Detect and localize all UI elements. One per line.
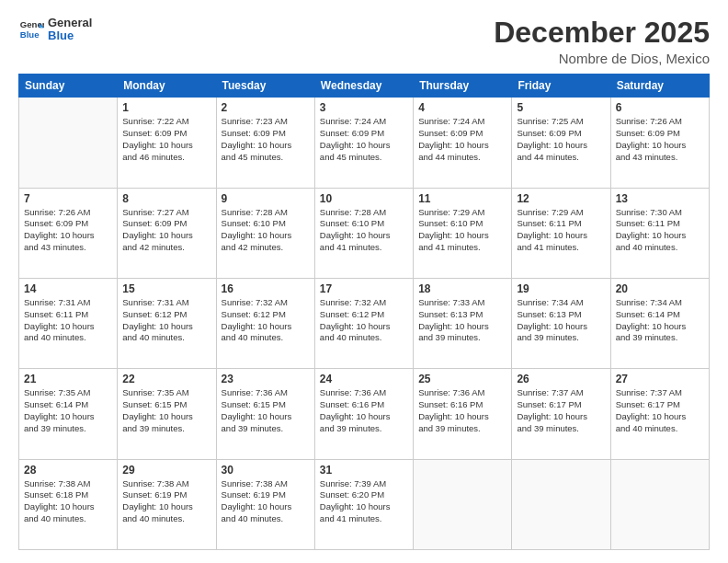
day-number: 20 <box>616 282 704 295</box>
day-info: Sunrise: 7:31 AMSunset: 6:11 PMDaylight:… <box>24 297 112 344</box>
day-number: 14 <box>24 282 112 295</box>
table-row: 2Sunrise: 7:23 AMSunset: 6:09 PMDaylight… <box>216 98 314 188</box>
day-number: 1 <box>122 101 210 114</box>
calendar-week-row: 14Sunrise: 7:31 AMSunset: 6:11 PMDayligh… <box>19 278 710 368</box>
calendar-header-row: Sunday Monday Tuesday Wednesday Thursday… <box>19 75 710 98</box>
day-info: Sunrise: 7:36 AMSunset: 6:16 PMDaylight:… <box>320 387 408 434</box>
day-number: 7 <box>24 192 112 205</box>
day-number: 31 <box>320 464 408 477</box>
day-number: 4 <box>418 101 506 114</box>
table-row: 21Sunrise: 7:35 AMSunset: 6:14 PMDayligh… <box>19 369 118 459</box>
day-number: 24 <box>320 373 408 385</box>
calendar-table: Sunday Monday Tuesday Wednesday Thursday… <box>18 74 710 550</box>
table-row: 18Sunrise: 7:33 AMSunset: 6:13 PMDayligh… <box>414 278 512 368</box>
table-row: 25Sunrise: 7:36 AMSunset: 6:16 PMDayligh… <box>414 369 512 459</box>
day-info: Sunrise: 7:36 AMSunset: 6:16 PMDaylight:… <box>418 387 506 434</box>
day-info: Sunrise: 7:29 AMSunset: 6:10 PMDaylight:… <box>418 207 506 254</box>
col-thursday: Thursday <box>414 75 512 98</box>
table-row: 31Sunrise: 7:39 AMSunset: 6:20 PMDayligh… <box>314 459 413 549</box>
day-number: 19 <box>517 282 605 295</box>
day-info: Sunrise: 7:35 AMSunset: 6:15 PMDaylight:… <box>122 387 210 434</box>
day-info: Sunrise: 7:28 AMSunset: 6:10 PMDaylight:… <box>320 207 408 254</box>
title-section: December 2025 Nombre de Dios, Mexico <box>494 17 710 66</box>
day-info: Sunrise: 7:38 AMSunset: 6:19 PMDaylight:… <box>122 478 210 525</box>
location: Nombre de Dios, Mexico <box>494 51 710 66</box>
day-number: 12 <box>517 192 605 205</box>
table-row: 20Sunrise: 7:34 AMSunset: 6:14 PMDayligh… <box>610 278 709 368</box>
day-number: 27 <box>616 373 704 385</box>
day-number: 22 <box>122 373 210 385</box>
calendar-week-row: 21Sunrise: 7:35 AMSunset: 6:14 PMDayligh… <box>19 369 710 459</box>
col-monday: Monday <box>118 75 216 98</box>
calendar-week-row: 1Sunrise: 7:22 AMSunset: 6:09 PMDaylight… <box>19 98 710 188</box>
logo-icon: General Blue <box>18 17 44 42</box>
table-row: 5Sunrise: 7:25 AMSunset: 6:09 PMDaylight… <box>512 98 610 188</box>
table-row: 8Sunrise: 7:27 AMSunset: 6:09 PMDaylight… <box>118 188 216 278</box>
day-info: Sunrise: 7:35 AMSunset: 6:14 PMDaylight:… <box>24 387 112 434</box>
table-row: 24Sunrise: 7:36 AMSunset: 6:16 PMDayligh… <box>314 369 413 459</box>
day-info: Sunrise: 7:30 AMSunset: 6:11 PMDaylight:… <box>616 207 704 254</box>
day-info: Sunrise: 7:29 AMSunset: 6:11 PMDaylight:… <box>517 207 605 254</box>
day-number: 15 <box>122 282 210 295</box>
table-row <box>610 459 709 549</box>
table-row: 14Sunrise: 7:31 AMSunset: 6:11 PMDayligh… <box>19 278 118 368</box>
table-row: 19Sunrise: 7:34 AMSunset: 6:13 PMDayligh… <box>512 278 610 368</box>
day-info: Sunrise: 7:38 AMSunset: 6:18 PMDaylight:… <box>24 478 112 525</box>
day-number: 18 <box>418 282 506 295</box>
table-row: 15Sunrise: 7:31 AMSunset: 6:12 PMDayligh… <box>118 278 216 368</box>
col-wednesday: Wednesday <box>314 75 413 98</box>
day-number: 5 <box>517 101 605 114</box>
day-info: Sunrise: 7:37 AMSunset: 6:17 PMDaylight:… <box>616 387 704 434</box>
day-number: 21 <box>24 373 112 385</box>
day-number: 17 <box>320 282 408 295</box>
day-info: Sunrise: 7:23 AMSunset: 6:09 PMDaylight:… <box>222 116 310 163</box>
day-number: 13 <box>616 192 704 205</box>
day-info: Sunrise: 7:32 AMSunset: 6:12 PMDaylight:… <box>222 297 310 344</box>
day-info: Sunrise: 7:34 AMSunset: 6:13 PMDaylight:… <box>517 297 605 344</box>
day-info: Sunrise: 7:36 AMSunset: 6:15 PMDaylight:… <box>222 387 310 434</box>
day-number: 23 <box>222 373 310 385</box>
table-row <box>414 459 512 549</box>
top-section: General Blue General Blue December 2025 … <box>18 17 710 66</box>
table-row: 23Sunrise: 7:36 AMSunset: 6:15 PMDayligh… <box>216 369 314 459</box>
table-row: 13Sunrise: 7:30 AMSunset: 6:11 PMDayligh… <box>610 188 709 278</box>
day-info: Sunrise: 7:25 AMSunset: 6:09 PMDaylight:… <box>517 116 605 163</box>
day-number: 8 <box>122 192 210 205</box>
table-row: 10Sunrise: 7:28 AMSunset: 6:10 PMDayligh… <box>314 188 413 278</box>
day-info: Sunrise: 7:34 AMSunset: 6:14 PMDaylight:… <box>616 297 704 344</box>
table-row: 16Sunrise: 7:32 AMSunset: 6:12 PMDayligh… <box>216 278 314 368</box>
logo: General Blue General Blue <box>18 17 92 43</box>
day-info: Sunrise: 7:26 AMSunset: 6:09 PMDaylight:… <box>24 207 112 254</box>
table-row <box>512 459 610 549</box>
day-number: 11 <box>418 192 506 205</box>
day-number: 29 <box>122 464 210 477</box>
table-row <box>19 98 118 188</box>
col-tuesday: Tuesday <box>216 75 314 98</box>
day-number: 26 <box>517 373 605 385</box>
svg-text:Blue: Blue <box>20 29 40 40</box>
day-info: Sunrise: 7:37 AMSunset: 6:17 PMDaylight:… <box>517 387 605 434</box>
day-info: Sunrise: 7:28 AMSunset: 6:10 PMDaylight:… <box>222 207 310 254</box>
day-info: Sunrise: 7:32 AMSunset: 6:12 PMDaylight:… <box>320 297 408 344</box>
table-row: 30Sunrise: 7:38 AMSunset: 6:19 PMDayligh… <box>216 459 314 549</box>
day-info: Sunrise: 7:22 AMSunset: 6:09 PMDaylight:… <box>122 116 210 163</box>
col-friday: Friday <box>512 75 610 98</box>
day-info: Sunrise: 7:27 AMSunset: 6:09 PMDaylight:… <box>122 207 210 254</box>
table-row: 3Sunrise: 7:24 AMSunset: 6:09 PMDaylight… <box>314 98 413 188</box>
logo-text: General Blue <box>48 17 92 43</box>
table-row: 7Sunrise: 7:26 AMSunset: 6:09 PMDaylight… <box>19 188 118 278</box>
table-row: 17Sunrise: 7:32 AMSunset: 6:12 PMDayligh… <box>314 278 413 368</box>
calendar-page: General Blue General Blue December 2025 … <box>0 0 728 563</box>
table-row: 12Sunrise: 7:29 AMSunset: 6:11 PMDayligh… <box>512 188 610 278</box>
table-row: 28Sunrise: 7:38 AMSunset: 6:18 PMDayligh… <box>19 459 118 549</box>
day-info: Sunrise: 7:31 AMSunset: 6:12 PMDaylight:… <box>122 297 210 344</box>
col-sunday: Sunday <box>19 75 118 98</box>
day-info: Sunrise: 7:38 AMSunset: 6:19 PMDaylight:… <box>222 478 310 525</box>
calendar-week-row: 28Sunrise: 7:38 AMSunset: 6:18 PMDayligh… <box>19 459 710 549</box>
month-year: December 2025 <box>494 17 710 49</box>
day-number: 9 <box>222 192 310 205</box>
day-info: Sunrise: 7:39 AMSunset: 6:20 PMDaylight:… <box>320 478 408 525</box>
day-number: 25 <box>418 373 506 385</box>
day-number: 16 <box>222 282 310 295</box>
col-saturday: Saturday <box>610 75 709 98</box>
